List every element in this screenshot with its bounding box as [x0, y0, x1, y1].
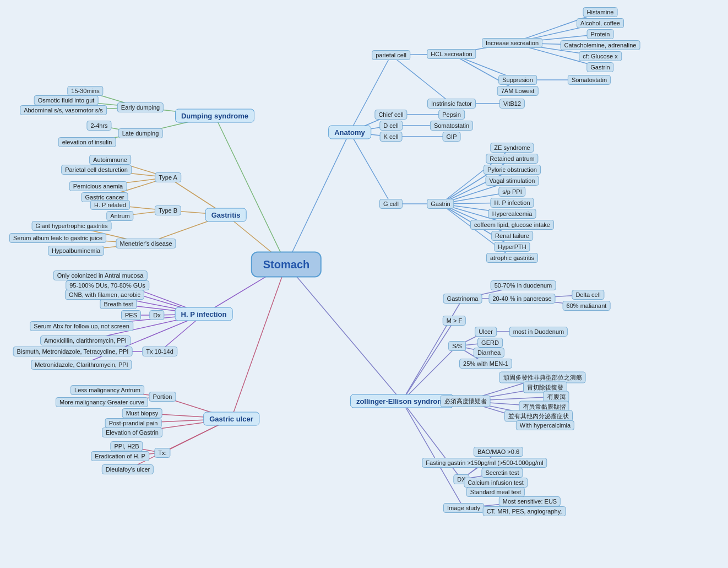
node-alcohol,_coffee: Alcohol, coffee — [577, 18, 624, 28]
node-95-100%_dus,_70-80%_: 95-100% DUs, 70-80% GUs — [66, 280, 149, 290]
node-elevation_of_gastrin: Elevation of Gastrin — [102, 428, 162, 437]
node-parietal_cell_destur: Parietal cell desturction — [61, 165, 132, 175]
node-portion: Portion — [149, 392, 176, 402]
node-protein: Protein — [587, 29, 614, 39]
node-standard_meal_test: Standard meal test — [466, 487, 525, 497]
node-ppi,_h2b: PPI, H2B — [110, 441, 143, 451]
node-gastrinoma: Gastrinoma — [443, 294, 482, 304]
node-eradication_of_h._p: Eradication of H. P — [91, 451, 149, 461]
node-hypercalcemia: Hypercalcemia — [488, 209, 536, 219]
node-7am_lowest: 7AM Lowest — [497, 86, 539, 96]
node-s/p_ppi: s/p PPI — [498, 187, 525, 197]
node-anatomy: Anatomy — [328, 126, 371, 139]
node-pes: PES — [121, 310, 141, 320]
svg-line-17 — [452, 54, 518, 91]
node-somatostatin: Somatostatin — [568, 75, 611, 85]
node-pepsin: Pepsin — [438, 110, 465, 120]
node-osmotic_fluid_into_g: Osmotic fluid into gut — [34, 95, 99, 105]
node-increase_secreation: Increase secreation — [482, 38, 542, 48]
node-dumping_syndrome: Dumping syndrome — [175, 109, 254, 123]
node-pyloric_obstruction: Pyloric obstruction — [483, 165, 541, 175]
node-15-30mins: 15-30mins — [67, 86, 103, 96]
node-fasting_gastrin_>150: Fasting gastrin >150pg/ml (>500-1000pg/m… — [422, 458, 547, 468]
node-metronidazole,_clari: Metronidazole, Clarithromycin, PPI — [31, 360, 132, 370]
node-parietal_cell: parietal cell — [372, 50, 410, 60]
node-60%_malianant: 60% malianant — [563, 301, 611, 311]
node-abdominal_s/s,_vasom: Abdominal s/s, vasomotor s/s — [20, 105, 107, 115]
node-post-prandial_pain: Post-prandial pain — [105, 418, 162, 428]
node-bismuth,_metronidazo: Bismuth, Metronidazole, Tetracycline, PP… — [13, 347, 133, 356]
svg-line-104 — [402, 401, 464, 508]
node-gerd: GERD — [477, 338, 503, 348]
node-gastritis: Gastritis — [205, 208, 247, 222]
node-bao/mao_>0.6: BAO/MAO >0.6 — [474, 447, 523, 457]
node-secretin_test: Secretin test — [481, 468, 523, 478]
node-tx:: Tx: — [154, 448, 170, 458]
node-suppresion: Suppresion — [498, 75, 537, 85]
svg-line-5 — [286, 264, 402, 401]
node-h._p_infection: H. P infection — [490, 198, 534, 208]
node-50-70%_in_duodenum: 50-70% in duodenum — [491, 280, 556, 290]
node-menetrier's_disease: Menetrier's disease — [116, 239, 176, 248]
node-cf:_glucose_x: cf: Glucose x — [579, 51, 622, 61]
node-2-4hrs: 2-4hrs — [86, 121, 111, 131]
node-必須高度懷疑者: 必須高度懷疑者 — [441, 396, 491, 407]
node-catacholemine,_adren: Catacholemine, adrenaline — [561, 40, 640, 50]
node-calcium_infusion_tes: Calcium infusion test — [464, 478, 528, 488]
node-image_study: Image study — [443, 503, 484, 513]
node-less_malignancy_antr: Less malignancy Antrum — [70, 385, 144, 395]
node-gnb,_with_filamen,_a: GNB, with filamen, aerobic — [65, 290, 144, 300]
node-elevation_of_insulin: elevation of insulin — [58, 137, 116, 147]
node-atrophic_gastritis: atrophic gastritis — [486, 253, 538, 263]
node-gip: GIP — [443, 132, 461, 142]
node-chief_cell: Chief cell — [374, 110, 407, 120]
node-gastric_ulcer: Gastric ulcer — [203, 412, 259, 426]
node-20-40_%_in_pancrease: 20-40 % in pancrease — [488, 294, 555, 304]
node-vitb12: VitB12 — [499, 99, 525, 109]
svg-line-1 — [215, 116, 286, 264]
node-diarrhea: Diarrhea — [474, 348, 504, 358]
node-dieulafoy's_ulcer: Dieulafoy's ulcer — [102, 464, 154, 474]
node-serum_abx_for_follow: Serum Abx for follow up, not screen — [30, 321, 133, 331]
node-vagal_stimulation: Vagal stimulation — [486, 176, 539, 186]
node-delta_cell: Delta cell — [572, 290, 604, 300]
node-gastrin: Gastrin — [427, 199, 454, 209]
node-breath_test: Breath test — [100, 299, 137, 309]
node-d_cell: D cell — [379, 121, 403, 131]
node-antrum: Antrum — [106, 211, 133, 221]
node-instrinsic_factor: Instrinsic factor — [427, 99, 476, 109]
node-gastrin: Gastrin — [586, 62, 613, 72]
node-25%_with_men-1: 25% with MEN-1 — [459, 359, 512, 369]
node-somatostatin: Somatostatin — [430, 121, 473, 131]
svg-line-85 — [402, 346, 457, 401]
svg-line-0 — [286, 132, 350, 264]
node-most_in_duodenum: most in Duodenum — [509, 327, 568, 337]
node-ulcer: Ulcer — [475, 327, 497, 337]
node-hypoalbuminemia: Hypoalbuminemia — [48, 246, 104, 256]
node-amoxicillin,_clarith: Amoxicillin, clarithromycin, PPI — [40, 336, 131, 345]
svg-line-84 — [402, 321, 454, 401]
node-giant_hypertrophic_g: Giant hypertrophic gastritis — [32, 221, 112, 231]
node-s/s: S/S — [448, 341, 466, 351]
node-must_biopsy: Must biopsy — [122, 408, 162, 418]
node-h._p_related: H. P related — [90, 200, 130, 210]
node-only_colonized_in_an: Only colonized in Antral mucosa — [53, 271, 148, 280]
node-more_malignancy_grea: More malignancy Greater curve — [56, 397, 148, 407]
svg-line-4 — [231, 264, 286, 419]
node-h._p_infection: H. P infection — [175, 307, 233, 321]
node-hcl_secreation: HCL secreation — [427, 49, 476, 59]
node-type_b: Type B — [155, 205, 181, 215]
node-zollinger-ellison_sy: zollinger-Ellison syndrome — [350, 394, 454, 408]
node-k_cell: K cell — [380, 132, 403, 142]
node-early_dumping: Early dumping — [117, 102, 164, 112]
node-pernicious_anemia: Pernicious anemia — [69, 181, 127, 191]
node-m_>_f: M > F — [443, 316, 466, 326]
node-ze_syndrome: ZE syndrome — [490, 143, 534, 153]
svg-line-26 — [350, 132, 391, 204]
node-type_a: Type A — [155, 172, 181, 182]
node-serum_album_leak_to_: Serum album leak to gastric juice — [9, 233, 106, 243]
node-retained_antrum: Retained antrum — [486, 154, 538, 164]
node-hyperpth: HyperPTH — [494, 242, 530, 252]
node-tx_10-14d: Tx 10-14d — [142, 347, 177, 356]
node-late_dumping: Late dumping — [118, 128, 163, 138]
